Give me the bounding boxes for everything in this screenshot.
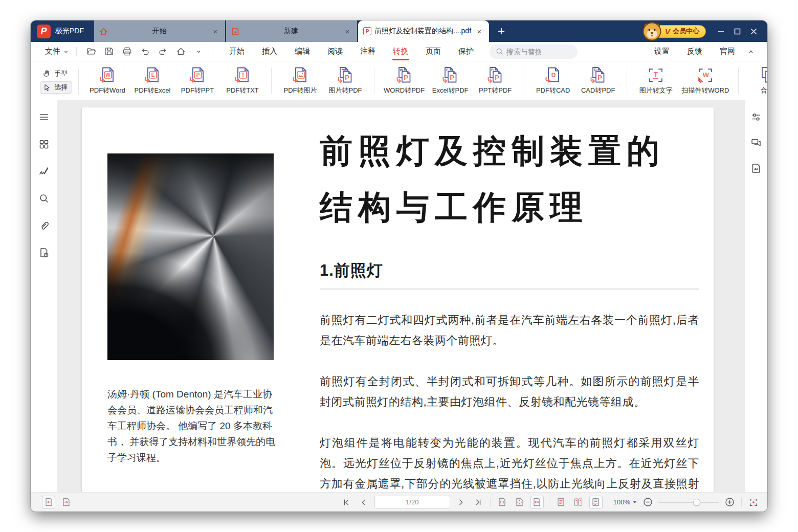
menu-item-read[interactable]: 阅读 <box>319 42 351 61</box>
maximize-button[interactable] <box>730 25 744 38</box>
zoom-in-button[interactable] <box>723 496 736 509</box>
pdf-to-ppt-button[interactable]: P PDF转PPT <box>175 66 220 95</box>
page-navigation <box>340 496 485 509</box>
attachment-icon[interactable] <box>37 219 51 232</box>
previous-page-button[interactable] <box>357 496 370 509</box>
menu-item-annotate[interactable]: 注释 <box>351 42 384 61</box>
previous-view-button[interactable] <box>42 496 55 509</box>
last-page-button[interactable] <box>472 496 485 509</box>
tab-close-icon[interactable]: × <box>343 27 352 36</box>
pdf-page: 汤姆·丹顿 (Tom Denton) 是汽车工业协会会员、道路运输协会会员工程师… <box>82 107 714 492</box>
zoom-slider-handle[interactable] <box>693 499 700 506</box>
tab-document-active[interactable]: P 前照灯及控制装置的结构....pdf × <box>358 20 489 42</box>
tab-new[interactable]: 新建 × <box>226 20 357 42</box>
redo-icon[interactable] <box>156 45 170 58</box>
signature-icon[interactable] <box>37 165 51 178</box>
chevron-down-icon <box>63 49 69 55</box>
cad-to-pdf-button[interactable]: DP CAD转PDF <box>575 66 620 95</box>
tab-close-icon[interactable]: × <box>211 27 220 36</box>
vip-v-icon: V <box>665 27 670 36</box>
undo-icon[interactable] <box>138 45 152 58</box>
two-page-view-button[interactable] <box>572 496 585 509</box>
home-icon[interactable] <box>173 45 188 58</box>
search-icon[interactable] <box>37 192 51 205</box>
svg-text:P: P <box>495 74 499 81</box>
tab-home[interactable]: 开始 × <box>94 20 225 42</box>
open-folder-icon[interactable] <box>84 45 98 58</box>
properties-sliders-icon[interactable] <box>749 110 763 124</box>
image-to-text-button[interactable]: T 图片转文字 <box>633 66 678 95</box>
fullscreen-focus-button[interactable] <box>747 496 760 509</box>
continuous-scroll-button[interactable] <box>589 496 603 509</box>
tab-close-icon[interactable]: × <box>475 27 484 36</box>
pdf-to-image-button[interactable]: PDF转图片 <box>278 66 323 95</box>
zoom-out-button[interactable] <box>641 496 654 509</box>
cad-to-pdf-icon: DP <box>589 66 607 84</box>
svg-text:T: T <box>241 72 245 78</box>
menu-item-start[interactable]: 开始 <box>220 42 253 61</box>
settings-button[interactable]: 设置 <box>646 42 678 61</box>
zoom-slider-track <box>658 502 719 503</box>
merge-icon <box>758 66 767 84</box>
fit-page-button[interactable] <box>513 496 526 509</box>
next-page-button[interactable] <box>454 496 468 509</box>
excel-to-pdf-icon: EP <box>441 66 459 84</box>
first-page-button[interactable] <box>340 496 353 509</box>
menu-item-insert[interactable]: 插入 <box>253 42 286 61</box>
file-menu[interactable]: 文件 <box>45 47 69 56</box>
select-tool-button[interactable]: 选择 <box>40 81 72 94</box>
zoom-level-dropdown[interactable]: 100% <box>613 498 637 506</box>
actual-size-button[interactable]: 1:1 <box>496 496 509 509</box>
mascot-avatar[interactable] <box>642 22 661 41</box>
next-view-button[interactable] <box>59 496 73 509</box>
document-canvas[interactable]: 汤姆·丹顿 (Tom Denton) 是汽车工业协会会员、道路运输协会会员工程师… <box>57 100 744 492</box>
chevron-down-icon[interactable] <box>191 45 206 58</box>
menu-item-edit[interactable]: 编辑 <box>286 42 319 61</box>
minimize-button[interactable] <box>714 25 727 38</box>
menu-item-protect[interactable]: 保护 <box>450 42 482 61</box>
thumbnails-icon[interactable] <box>37 138 51 151</box>
print-icon[interactable] <box>120 45 134 58</box>
pdf-to-txt-button[interactable]: T PDF转TXT <box>220 66 265 95</box>
scan-to-word-button[interactable]: W 扫描件转WORD <box>678 66 732 95</box>
ai-assistant-icon[interactable]: AI <box>749 162 763 175</box>
ppt-to-pdf-button[interactable]: PP PPT转PDF <box>473 66 518 95</box>
file-menu-label: 文件 <box>45 47 60 56</box>
pdf-to-cad-button[interactable]: D PDF转CAD <box>530 66 575 95</box>
app-brand: P 极光PDF <box>31 20 94 42</box>
fit-width-button[interactable] <box>530 496 544 509</box>
feedback-button[interactable]: 反馈 <box>678 42 711 61</box>
website-button[interactable]: 官网 <box>711 42 744 61</box>
svg-text:W: W <box>703 71 710 79</box>
separator <box>374 68 374 94</box>
comments-icon[interactable] <box>749 136 763 149</box>
new-tab-button[interactable]: + <box>490 20 513 42</box>
page-layout-modes <box>555 496 603 509</box>
pdf-to-cad-icon: D <box>544 66 562 84</box>
recent-doc-icon[interactable] <box>37 246 51 259</box>
outline-icon[interactable] <box>37 110 51 124</box>
save-icon[interactable] <box>102 45 116 58</box>
single-page-view-button[interactable] <box>555 496 568 509</box>
collapse-ribbon-icon[interactable] <box>744 45 758 58</box>
svg-text:P: P <box>450 74 454 81</box>
svg-text:D: D <box>551 72 556 79</box>
pdf-to-word-button[interactable]: W PDF转Word <box>85 66 130 95</box>
cursor-icon <box>43 83 51 92</box>
search-box[interactable] <box>490 45 578 59</box>
menu-item-page[interactable]: 页面 <box>417 42 450 61</box>
search-input[interactable] <box>506 48 568 56</box>
zoom-slider[interactable] <box>658 499 719 506</box>
separator <box>741 498 742 507</box>
menu-item-convert[interactable]: 转换 <box>384 42 417 61</box>
page-number-input[interactable] <box>374 496 450 508</box>
excel-to-pdf-button[interactable]: EP Excel转PDF <box>428 66 473 95</box>
word-to-pdf-button[interactable]: WP WORD转PDF <box>381 66 428 95</box>
image-to-pdf-button[interactable]: P 图片转PDF <box>323 66 368 95</box>
merge-button[interactable]: 合并 <box>745 66 767 95</box>
pdf-to-excel-button[interactable]: E PDF转Excel <box>130 66 175 95</box>
paragraph: 前照灯有全封闭式、半封闭式和可拆卸式等几种。如图所示的前照灯是半封闭式前照灯的结… <box>320 371 699 412</box>
close-button[interactable] <box>747 25 760 38</box>
hand-tool-button[interactable]: 手型 <box>40 68 72 80</box>
word-to-pdf-icon: WP <box>395 66 413 84</box>
